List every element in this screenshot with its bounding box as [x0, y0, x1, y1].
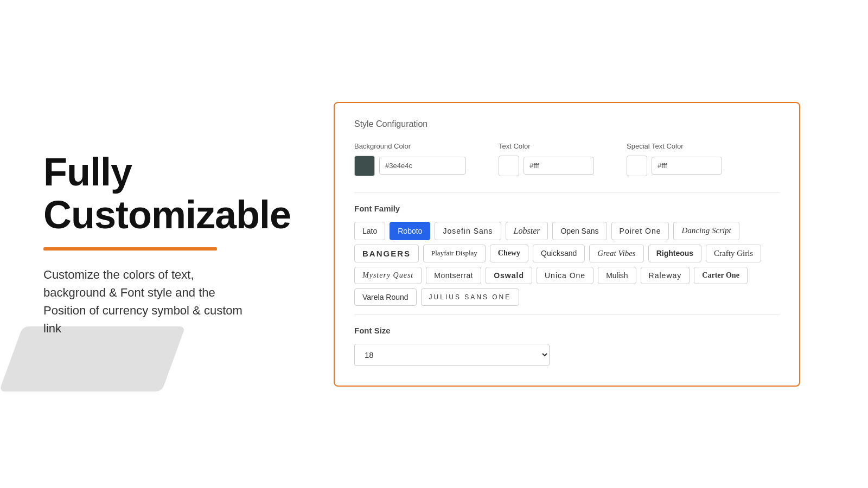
special-text-color-label: Special Text Color: [627, 142, 722, 150]
left-panel: Fully Customizable Customize the colors …: [0, 118, 282, 370]
font-btn-bangers[interactable]: BANGERS: [354, 245, 419, 262]
font-btn-crafty-girls[interactable]: Crafty Girls: [706, 245, 761, 262]
section-divider: [354, 192, 780, 193]
text-color-label: Text Color: [499, 142, 594, 150]
description-text: Customize the colors of text, background…: [43, 266, 250, 337]
font-btn-roboto[interactable]: Roboto: [390, 222, 430, 240]
background-color-swatch[interactable]: [354, 156, 375, 176]
font-btn-lobster[interactable]: Lobster: [506, 222, 548, 240]
font-btn-carter-one[interactable]: Carter One: [694, 267, 748, 284]
font-btn-playfair-display[interactable]: Playfair Display: [423, 245, 486, 262]
font-size-section: Font Size 14 16 18 20 24 28 32: [354, 326, 780, 366]
font-btn-poiret-one[interactable]: Poiret One: [611, 222, 669, 240]
background-color-input[interactable]: [379, 157, 466, 175]
font-btn-montserrat[interactable]: Montserrat: [426, 267, 481, 284]
color-section: Background Color Text Color Special Text…: [354, 142, 780, 176]
special-text-color-group: Special Text Color: [627, 142, 722, 176]
font-btn-josefin-sans[interactable]: Josefin Sans: [435, 222, 501, 240]
background-color-input-row: [354, 156, 466, 176]
font-btn-varela-round[interactable]: Varela Round: [354, 288, 417, 306]
font-btn-oswald[interactable]: Oswald: [486, 267, 532, 284]
special-text-color-input-row: [627, 156, 722, 176]
font-btn-quicksand[interactable]: Quicksand: [533, 245, 585, 262]
config-card: Style Configuration Background Color Tex…: [334, 102, 800, 387]
font-btn-righteous[interactable]: Righteous: [648, 245, 701, 262]
font-btn-lato[interactable]: Lato: [354, 222, 385, 240]
background-color-group: Background Color: [354, 142, 466, 176]
font-size-label: Font Size: [354, 326, 780, 335]
right-panel: Style Configuration Background Color Tex…: [282, 86, 868, 403]
font-btn-dancing-script[interactable]: Dancing Script: [673, 222, 739, 240]
font-btn-open-sans[interactable]: Open Sans: [552, 222, 607, 240]
main-title: Fully Customizable: [43, 151, 250, 236]
font-btn-unica-one[interactable]: Unica One: [537, 267, 593, 284]
font-family-label: Font Family: [354, 204, 780, 213]
background-color-label: Background Color: [354, 142, 466, 150]
special-text-color-swatch[interactable]: [627, 156, 647, 176]
orange-divider: [43, 247, 217, 251]
text-color-input-row: [499, 156, 594, 176]
font-btn-great-vibes[interactable]: Great Vibes: [589, 245, 643, 262]
font-btn-raleway[interactable]: Raleway: [641, 267, 690, 284]
special-text-color-input[interactable]: [652, 157, 722, 175]
font-btn-mystery-quest[interactable]: Mystery Quest: [354, 267, 422, 284]
text-color-group: Text Color: [499, 142, 594, 176]
text-color-swatch[interactable]: [499, 156, 519, 176]
font-btn-mulish[interactable]: Mulish: [598, 267, 636, 284]
font-size-divider: [354, 314, 780, 315]
title-line1: Fully: [43, 150, 132, 194]
font-btn-julius-sans-one[interactable]: JULIUS SANS ONE: [421, 288, 520, 306]
font-btn-chewy[interactable]: Chewy: [490, 245, 528, 262]
font-size-select[interactable]: 14 16 18 20 24 28 32: [354, 344, 550, 366]
config-title: Style Configuration: [354, 119, 780, 129]
title-line2: Customizable: [43, 193, 291, 236]
text-color-input[interactable]: [524, 157, 594, 175]
font-grid: LatoRobotoJosefin SansLobsterOpen SansPo…: [354, 222, 780, 306]
